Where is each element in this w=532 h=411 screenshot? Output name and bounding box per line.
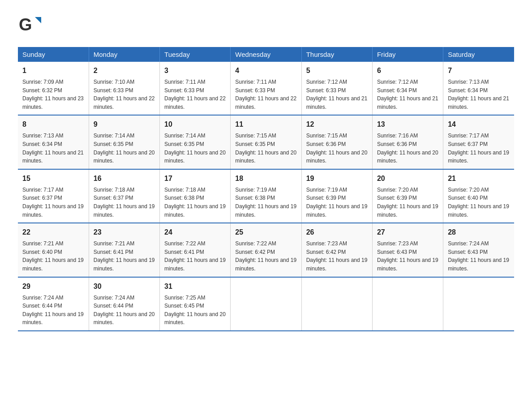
calendar-cell xyxy=(301,277,372,331)
calendar-cell: 11Sunrise: 7:15 AMSunset: 6:35 PMDayligh… xyxy=(231,115,301,169)
calendar-cell: 23Sunrise: 7:21 AMSunset: 6:41 PMDayligh… xyxy=(89,223,159,277)
header-tuesday: Tuesday xyxy=(160,47,231,62)
day-number: 22 xyxy=(22,227,84,238)
calendar-cell: 19Sunrise: 7:19 AMSunset: 6:39 PMDayligh… xyxy=(301,169,372,223)
header-thursday: Thursday xyxy=(301,47,372,62)
calendar-cell: 28Sunrise: 7:24 AMSunset: 6:43 PMDayligh… xyxy=(443,223,514,277)
calendar-cell xyxy=(231,277,301,331)
week-row-3: 15Sunrise: 7:17 AMSunset: 6:37 PMDayligh… xyxy=(18,169,514,223)
day-number: 2 xyxy=(94,65,155,76)
day-info: Sunrise: 7:16 AMSunset: 6:36 PMDaylight:… xyxy=(377,132,438,165)
day-number: 31 xyxy=(164,281,226,292)
day-info: Sunrise: 7:25 AMSunset: 6:45 PMDaylight:… xyxy=(164,294,226,327)
day-number: 6 xyxy=(377,65,438,76)
calendar-cell: 3Sunrise: 7:11 AMSunset: 6:33 PMDaylight… xyxy=(160,62,231,115)
calendar-cell: 31Sunrise: 7:25 AMSunset: 6:45 PMDayligh… xyxy=(160,277,231,331)
svg-marker-1 xyxy=(35,17,41,23)
day-number: 12 xyxy=(306,119,368,130)
svg-text:G: G xyxy=(19,15,32,34)
day-number: 27 xyxy=(377,227,438,238)
calendar-header-row: SundayMondayTuesdayWednesdayThursdayFrid… xyxy=(18,47,514,62)
calendar-cell: 10Sunrise: 7:14 AMSunset: 6:35 PMDayligh… xyxy=(160,115,231,169)
calendar-cell: 6Sunrise: 7:12 AMSunset: 6:34 PMDaylight… xyxy=(372,62,443,115)
calendar-cell: 12Sunrise: 7:15 AMSunset: 6:36 PMDayligh… xyxy=(301,115,372,169)
logo-icon: G xyxy=(18,13,43,38)
day-number: 8 xyxy=(22,119,84,130)
calendar-cell: 18Sunrise: 7:19 AMSunset: 6:38 PMDayligh… xyxy=(231,169,301,223)
calendar-cell xyxy=(372,277,443,331)
day-number: 15 xyxy=(22,173,84,184)
day-info: Sunrise: 7:17 AMSunset: 6:37 PMDaylight:… xyxy=(448,132,510,165)
calendar-cell: 13Sunrise: 7:16 AMSunset: 6:36 PMDayligh… xyxy=(372,115,443,169)
week-row-1: 1Sunrise: 7:09 AMSunset: 6:32 PMDaylight… xyxy=(18,62,514,115)
day-info: Sunrise: 7:24 AMSunset: 6:43 PMDaylight:… xyxy=(448,240,510,273)
calendar-cell: 9Sunrise: 7:14 AMSunset: 6:35 PMDaylight… xyxy=(89,115,159,169)
calendar-cell: 8Sunrise: 7:13 AMSunset: 6:34 PMDaylight… xyxy=(18,115,89,169)
calendar-cell: 5Sunrise: 7:12 AMSunset: 6:33 PMDaylight… xyxy=(301,62,372,115)
day-info: Sunrise: 7:20 AMSunset: 6:40 PMDaylight:… xyxy=(448,186,510,219)
day-number: 24 xyxy=(164,227,226,238)
day-number: 11 xyxy=(235,119,296,130)
day-info: Sunrise: 7:09 AMSunset: 6:32 PMDaylight:… xyxy=(22,78,84,111)
day-info: Sunrise: 7:24 AMSunset: 6:44 PMDaylight:… xyxy=(22,294,84,327)
day-info: Sunrise: 7:23 AMSunset: 6:43 PMDaylight:… xyxy=(377,240,438,273)
day-info: Sunrise: 7:13 AMSunset: 6:34 PMDaylight:… xyxy=(448,78,510,111)
calendar-cell: 30Sunrise: 7:24 AMSunset: 6:44 PMDayligh… xyxy=(89,277,159,331)
day-number: 21 xyxy=(448,173,510,184)
calendar-cell: 2Sunrise: 7:10 AMSunset: 6:33 PMDaylight… xyxy=(89,62,159,115)
day-number: 19 xyxy=(306,173,368,184)
calendar-cell: 22Sunrise: 7:21 AMSunset: 6:40 PMDayligh… xyxy=(18,223,89,277)
calendar-cell: 26Sunrise: 7:23 AMSunset: 6:42 PMDayligh… xyxy=(301,223,372,277)
day-number: 18 xyxy=(235,173,296,184)
header-saturday: Saturday xyxy=(443,47,514,62)
day-info: Sunrise: 7:21 AMSunset: 6:40 PMDaylight:… xyxy=(22,240,84,273)
day-number: 10 xyxy=(164,119,226,130)
week-row-2: 8Sunrise: 7:13 AMSunset: 6:34 PMDaylight… xyxy=(18,115,514,169)
calendar-cell: 17Sunrise: 7:18 AMSunset: 6:38 PMDayligh… xyxy=(160,169,231,223)
day-number: 26 xyxy=(306,227,368,238)
calendar-cell: 20Sunrise: 7:20 AMSunset: 6:39 PMDayligh… xyxy=(372,169,443,223)
day-number: 20 xyxy=(377,173,438,184)
day-info: Sunrise: 7:14 AMSunset: 6:35 PMDaylight:… xyxy=(164,132,226,165)
day-number: 16 xyxy=(94,173,155,184)
day-info: Sunrise: 7:12 AMSunset: 6:34 PMDaylight:… xyxy=(377,78,438,111)
calendar-cell: 4Sunrise: 7:11 AMSunset: 6:33 PMDaylight… xyxy=(231,62,301,115)
calendar-cell: 14Sunrise: 7:17 AMSunset: 6:37 PMDayligh… xyxy=(443,115,514,169)
header-sunday: Sunday xyxy=(18,47,89,62)
calendar-cell: 16Sunrise: 7:18 AMSunset: 6:37 PMDayligh… xyxy=(89,169,159,223)
header-friday: Friday xyxy=(372,47,443,62)
day-number: 25 xyxy=(235,227,296,238)
day-info: Sunrise: 7:22 AMSunset: 6:42 PMDaylight:… xyxy=(235,240,296,273)
calendar-cell xyxy=(443,277,514,331)
day-number: 17 xyxy=(164,173,226,184)
calendar-cell: 29Sunrise: 7:24 AMSunset: 6:44 PMDayligh… xyxy=(18,277,89,331)
day-info: Sunrise: 7:23 AMSunset: 6:42 PMDaylight:… xyxy=(306,240,368,273)
day-number: 28 xyxy=(448,227,510,238)
day-number: 4 xyxy=(235,65,296,76)
day-info: Sunrise: 7:19 AMSunset: 6:39 PMDaylight:… xyxy=(306,186,368,219)
day-info: Sunrise: 7:17 AMSunset: 6:37 PMDaylight:… xyxy=(22,186,84,219)
logo: G xyxy=(18,13,43,38)
day-number: 23 xyxy=(94,227,155,238)
day-info: Sunrise: 7:13 AMSunset: 6:34 PMDaylight:… xyxy=(22,132,84,165)
day-info: Sunrise: 7:10 AMSunset: 6:33 PMDaylight:… xyxy=(94,78,155,111)
day-number: 13 xyxy=(377,119,438,130)
day-info: Sunrise: 7:12 AMSunset: 6:33 PMDaylight:… xyxy=(306,78,368,111)
day-info: Sunrise: 7:22 AMSunset: 6:41 PMDaylight:… xyxy=(164,240,226,273)
day-info: Sunrise: 7:18 AMSunset: 6:37 PMDaylight:… xyxy=(94,186,155,219)
calendar-cell: 7Sunrise: 7:13 AMSunset: 6:34 PMDaylight… xyxy=(443,62,514,115)
header-wednesday: Wednesday xyxy=(231,47,301,62)
day-info: Sunrise: 7:14 AMSunset: 6:35 PMDaylight:… xyxy=(94,132,155,165)
day-number: 9 xyxy=(94,119,155,130)
week-row-5: 29Sunrise: 7:24 AMSunset: 6:44 PMDayligh… xyxy=(18,277,514,331)
day-info: Sunrise: 7:15 AMSunset: 6:36 PMDaylight:… xyxy=(306,132,368,165)
day-number: 5 xyxy=(306,65,368,76)
day-number: 3 xyxy=(164,65,226,76)
calendar-cell: 24Sunrise: 7:22 AMSunset: 6:41 PMDayligh… xyxy=(160,223,231,277)
calendar-cell: 21Sunrise: 7:20 AMSunset: 6:40 PMDayligh… xyxy=(443,169,514,223)
calendar-cell: 25Sunrise: 7:22 AMSunset: 6:42 PMDayligh… xyxy=(231,223,301,277)
day-info: Sunrise: 7:19 AMSunset: 6:38 PMDaylight:… xyxy=(235,186,296,219)
page-header: G xyxy=(18,13,514,38)
day-number: 30 xyxy=(94,281,155,292)
day-info: Sunrise: 7:24 AMSunset: 6:44 PMDaylight:… xyxy=(94,294,155,327)
